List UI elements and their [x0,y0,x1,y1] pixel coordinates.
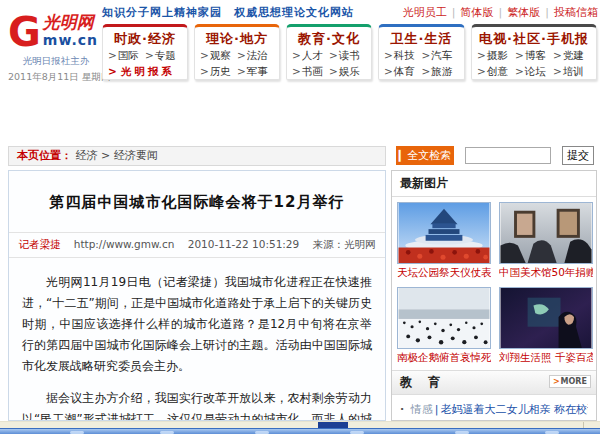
nav-link-travel[interactable]: 旅游 [422,63,460,79]
image-caption[interactable]: 天坛公园祭天仪仗表演 [397,265,491,280]
breadcrumb-path[interactable]: 经济 > 经济要闻 [76,149,158,162]
thumb-art-museum: 中国美术馆50年捐赠作品展 [499,202,593,283]
image-caption[interactable]: 中国美术馆50年捐赠作品展 [499,265,593,280]
article-body: 光明网11月19日电（记者梁捷）我国城市化进程正在快速推进，“十二五”期间，正是… [9,258,385,421]
nav-link-talent[interactable]: 人才 [292,47,329,63]
nav-box-theory-local: 理论·地方 观察 法治 历史 军事 [194,24,280,80]
temple-of-heaven-image[interactable] [397,202,491,264]
divider: | [499,6,503,19]
list-item: 情感老妈逼着大二女儿相亲 称在校谈不靠谱 [400,402,588,419]
article-panel: 第四届中国城市化国际峰会将于12月举行 记者梁捷 http://www.gmw.… [8,170,386,421]
penguins-image[interactable] [397,287,491,349]
nav-link-history[interactable]: 历史 [200,63,237,79]
nav-link-law[interactable]: 法治 [237,47,274,63]
window-edge-strip [0,421,600,428]
top-link-simplified[interactable]: 简体版 [461,6,494,19]
nav-link-reading[interactable]: 读书 [329,47,366,63]
top-link-mailbox[interactable]: 投稿信箱 [554,6,598,19]
art-museum-image[interactable] [499,202,593,264]
latest-images-header: 最新图片 [392,171,596,197]
top-bar: 知识分子网上精神家园 权威思想理论文化网站 光明员工|简体版|繁体版|投稿信箱 [102,5,598,19]
image-caption[interactable]: 刘翔生活照 千姿百态 [499,350,593,365]
byline-source: 来源：光明网 [313,238,376,250]
top-links: 光明员工|简体版|繁体版|投稿信箱 [403,5,598,20]
site-slogan: 知识分子网上精神家园 权威思想理论文化网站 [102,5,354,20]
divider: | [452,6,456,19]
logo-script-name: 光明网 [43,12,98,32]
byline-url[interactable]: http://www.gmw.cn [74,238,175,250]
thumb-temple-of-heaven: 天坛公园祭天仪仗表演 [397,202,491,283]
nav-box-title[interactable]: 电视·社区·手机报 [477,30,591,47]
nav-link-blog[interactable]: 博客 [515,47,553,63]
nav-link-topics[interactable]: 专题 [145,47,182,63]
nav-box-health-life: 卫生·生活 科技 汽车 体育 旅游 [378,24,465,80]
byline-datetime: 2010-11-22 10:51:29 [188,238,300,250]
logo-publisher: 光明日报社主办 [8,55,104,68]
logo-g-glyph: G [8,12,41,52]
nav-link-tech[interactable]: 科技 [384,47,422,63]
nav-link-entertainment[interactable]: 娱乐 [329,63,366,79]
search-input[interactable] [465,147,551,164]
top-link-traditional[interactable]: 繁体版 [507,6,540,19]
main-nav: 时政·经济 国际 专题 光明报系 理论·地方 观察 法治 历史 军事 教育·文化… [102,24,597,80]
nav-link-creative[interactable]: 创意 [477,63,515,79]
thumb-penguins: 南极企鹅俯首哀悼死亡幼仔 [397,287,491,368]
article-title: 第四届中国城市化国际峰会将于12月举行 [9,193,385,212]
nav-link-auto[interactable]: 汽车 [422,47,460,63]
education-title: 教 育 [400,375,446,389]
nav-link-observe[interactable]: 观察 [200,47,237,63]
nav-link-training[interactable]: 培训 [553,63,591,79]
nav-box-tv-community-mobile: 电视·社区·手机报 摄影 博客 党建 创意 论坛 培训 [471,24,597,80]
nav-box-title[interactable]: 教育·文化 [292,30,366,47]
nav-link-photography[interactable]: 摄影 [477,47,515,63]
top-link-staff[interactable]: 光明员工 [403,6,447,19]
nav-link-military[interactable]: 军事 [237,63,274,79]
sidebar: 最新图片 [391,170,597,421]
nav-link-art[interactable]: 书画 [292,63,329,79]
logo-date: 2011年8月11日 星期四 [8,71,104,84]
education-section-header: 教 育 MORE [392,370,596,395]
submit-button[interactable]: 提交 [562,146,594,165]
item-tag: 情感 [411,403,433,416]
page-root: 知识分子网上精神家园 权威思想理论文化网站 光明员工|简体版|繁体版|投稿信箱 … [0,0,600,434]
article-paragraph: 光明网11月19日电（记者梁捷）我国城市化进程正在快速推进，“十二五”期间，正是… [22,272,372,377]
image-caption[interactable]: 南极企鹅俯首哀悼死亡幼仔 [397,350,491,365]
nav-box-politics-economy: 时政·经济 国际 专题 光明报系 [102,24,188,80]
education-list: 情感老妈逼着大二女儿相亲 称在校谈不靠谱 热议这些高校的“雷人考题” 聪明人很难… [392,395,596,421]
liuxiang-life-image[interactable] [499,287,593,349]
nav-box-title[interactable]: 理论·地方 [200,30,274,47]
byline-reporter: 记者梁捷 [18,238,60,250]
taskbar-fragment[interactable] [0,428,600,434]
nav-box-title[interactable]: 时政·经济 [108,30,182,47]
logo-domain: mw.cn [43,32,98,48]
nav-link-sports[interactable]: 体育 [384,63,422,79]
article-byline: 记者梁捷 http://www.gmw.cn 2010-11-22 10:51:… [9,232,385,258]
thumb-liuxiang-aquarium: 刘翔生活照 千姿百态 [499,287,593,368]
item-link[interactable]: 老妈逼着大二女儿相亲 称在校谈不靠谱 [435,403,588,416]
breadcrumb: 本页位置： 经济 > 经济要闻 [8,146,386,166]
breadcrumb-label: 本页位置： [17,149,72,162]
search-bar: 全文检索 提交 [391,145,597,167]
article-paragraph: 据会议主办方介绍，我国实行改革开放以来，农村剩余劳动力以“民工潮”形式进城打工，… [22,388,372,421]
nav-link-gm-papers[interactable]: 光明报系 [108,63,182,79]
nav-link-international[interactable]: 国际 [108,47,145,63]
divider: | [545,6,549,19]
nav-box-education-culture: 教育·文化 人才 读书 书画 娱乐 [286,24,372,80]
nav-link-forum[interactable]: 论坛 [515,63,553,79]
fulltext-search-button[interactable]: 全文检索 [396,146,454,165]
site-logo[interactable]: G 光明网 mw.cn 光明日报社主办 2011年8月11日 星期四 [8,12,104,84]
more-link[interactable]: MORE [549,375,591,388]
nav-link-party[interactable]: 党建 [553,47,591,63]
latest-images-grid: 天坛公园祭天仪仗表演 中国美术馆50年捐赠作品展 [392,197,596,368]
nav-box-title[interactable]: 卫生·生活 [384,30,459,47]
